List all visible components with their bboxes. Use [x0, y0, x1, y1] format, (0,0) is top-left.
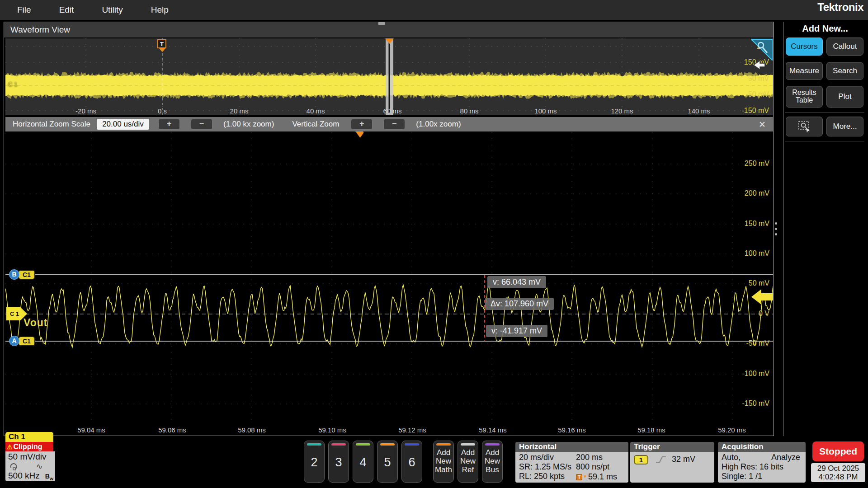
- channel-1-badge[interactable]: Ch 1 ⚠Clipping 50 mV/div ∿ 500 kHzBW: [5, 432, 55, 481]
- probe-icon: [9, 462, 19, 470]
- waveform-view-window: Waveform View C 1 T 250 150 mV 50 mV -50…: [4, 22, 774, 436]
- overview-channel-label: C 1: [8, 81, 17, 88]
- overview-xtick: 140 ms: [688, 107, 710, 115]
- main-ytick: -50 mV: [746, 339, 769, 347]
- menu-utility[interactable]: Utility: [102, 5, 123, 15]
- horizontal-panel[interactable]: Horizontal 20 ms/div 200 ms SR: 1.25 MS/…: [515, 442, 628, 483]
- horizontal-duration: 200 ms: [576, 453, 603, 462]
- overview-ytick: -150 mV: [742, 107, 769, 115]
- trigger-position-marker[interactable]: T: [157, 39, 167, 52]
- coupling-sine-icon: ∿: [36, 462, 42, 471]
- channel-3-button[interactable]: 3: [328, 441, 349, 483]
- channel-1-name: Ch 1: [5, 432, 53, 442]
- hzoom-plus-button[interactable]: +: [158, 119, 180, 130]
- trigger-position-value: T▼59.1 ms: [576, 472, 617, 481]
- panel-separator: [785, 112, 864, 113]
- main-ytick: -150 mV: [742, 399, 769, 408]
- cursor-b-channel: C1: [18, 270, 35, 280]
- trigger-title: Trigger: [630, 442, 714, 452]
- menu-edit[interactable]: Edit: [59, 5, 74, 15]
- cursor-b-readout: v: 66.043 mV: [487, 276, 546, 288]
- main-ytick: 200 mV: [745, 189, 769, 197]
- add-callout-button[interactable]: Callout: [826, 38, 863, 56]
- panel-drag-handle[interactable]: [775, 222, 778, 239]
- overview-xtick: 120 ms: [611, 107, 633, 115]
- channel-4-color: [356, 443, 370, 446]
- vzoom-plus-button[interactable]: +: [351, 119, 373, 130]
- overview-xtick: 0 s: [158, 107, 167, 115]
- overview-zoom-corner-icon[interactable]: [751, 39, 773, 61]
- sample-resolution: 800 ns/pt: [576, 462, 609, 472]
- add-cursors-button[interactable]: Cursors: [786, 38, 823, 56]
- channel-5-button[interactable]: 5: [377, 441, 398, 483]
- channel-4-label: 4: [353, 455, 373, 469]
- main-xtick: 59.16 ms: [558, 426, 586, 434]
- zoom-bar-notch[interactable]: [378, 22, 385, 25]
- add-new-bus-label: Add New Bus: [482, 448, 502, 474]
- acquisition-mode: Auto,: [722, 453, 741, 462]
- menu-file[interactable]: File: [17, 5, 31, 15]
- add-new-bus-button[interactable]: Add New Bus: [482, 441, 503, 483]
- cursor-a-handle[interactable]: A C1: [9, 336, 35, 346]
- panel-separator: [785, 141, 864, 141]
- channel-1-settings: 50 mV/div ∿ 500 kHzBW: [5, 451, 55, 481]
- trigger-level: 32 mV: [672, 455, 695, 464]
- acquisition-analyze: Analyze: [771, 453, 800, 462]
- add-measure-button[interactable]: Measure: [786, 62, 823, 80]
- add-search-button[interactable]: Search: [826, 62, 863, 80]
- channel-4-button[interactable]: 4: [353, 441, 373, 483]
- cursor-a-readout: v: -41.917 mV: [486, 325, 547, 337]
- vzoom-minus-button[interactable]: −: [383, 119, 405, 130]
- hzoom-minus-button[interactable]: −: [191, 119, 212, 130]
- add-new-title: Add New...: [785, 23, 865, 34]
- trigger-marker-icon: ▼: [583, 474, 587, 479]
- channel-3-label: 3: [329, 455, 349, 469]
- menu-help[interactable]: Help: [151, 5, 169, 15]
- main-xtick: 59.04 ms: [77, 426, 105, 434]
- channel-2-button[interactable]: 2: [304, 441, 325, 483]
- hzoom-scale-value[interactable]: 20.00 us/div: [97, 119, 149, 130]
- channel-6-button[interactable]: 6: [401, 441, 422, 483]
- vout-callout-label: Vout: [24, 317, 47, 329]
- overview-plot[interactable]: C 1 T 250 150 mV 50 mV -50 mV -150 mV -2…: [5, 38, 773, 115]
- main-ytick: 250 mV: [745, 160, 769, 168]
- more-button[interactable]: More...: [826, 117, 863, 136]
- horizontal-title: Horizontal: [515, 442, 628, 452]
- zone-trigger-button[interactable]: [786, 117, 823, 136]
- zoom-plot[interactable]: 250 mV 200 mV 150 mV 100 mV 50 mV 0 V -5…: [5, 132, 773, 424]
- add-new-panel: Add New... Cursors Callout Measure Searc…: [785, 23, 865, 34]
- overview-waveform-canvas: [5, 38, 773, 115]
- overview-xtick: 20 ms: [230, 107, 249, 115]
- add-new-ref-label: Add New Ref: [458, 448, 478, 474]
- overview-ytick: 50 mV: [748, 75, 769, 83]
- vzoom-label: Vertical Zoom: [292, 120, 339, 129]
- main-ytick: 0 V: [759, 310, 769, 318]
- main-xtick: 59.20 ms: [718, 426, 746, 434]
- main-xtick: 59.06 ms: [158, 426, 186, 434]
- add-new-ref-button[interactable]: Add New Ref: [458, 441, 478, 483]
- add-new-math-label: Add New Math: [434, 448, 453, 474]
- add-results-table-button[interactable]: Results Table: [786, 86, 823, 108]
- hzoom-label: Horizontal Zoom Scale: [13, 120, 90, 129]
- menu-bar: File Edit Utility Help: [0, 0, 868, 20]
- overview-xtick: -20 ms: [75, 107, 96, 115]
- acquisition-panel[interactable]: Acquisition Auto, Analyze High Res: 16 b…: [718, 442, 806, 483]
- time: 4:02:48 PM: [811, 473, 865, 481]
- cursor-b-handle[interactable]: B C1: [9, 269, 35, 280]
- run-stop-status-button[interactable]: Stopped: [812, 441, 864, 461]
- acquisition-title: Acquisition: [718, 442, 806, 452]
- add-plot-button[interactable]: Plot: [826, 86, 863, 108]
- add-new-math-button[interactable]: Add New Math: [433, 441, 454, 483]
- trigger-panel[interactable]: Trigger 1 32 mV: [630, 442, 714, 483]
- main-ytick: 150 mV: [745, 220, 769, 228]
- clipping-warning: ⚠Clipping: [5, 442, 53, 451]
- main-ytick: -100 mV: [742, 370, 769, 378]
- datetime-display: 29 Oct 2025 4:02:48 PM: [811, 463, 865, 482]
- channel-6-label: 6: [402, 455, 422, 469]
- main-xtick: 59.12 ms: [398, 426, 426, 434]
- zoom-bar-close-icon[interactable]: ✕: [759, 119, 766, 130]
- cursor-b-label: B: [9, 269, 19, 280]
- zoom-scale-bar: Horizontal Zoom Scale 20.00 us/div + − (…: [5, 117, 773, 131]
- bus-color: [485, 443, 500, 446]
- overview-xtick: 80 ms: [460, 107, 479, 115]
